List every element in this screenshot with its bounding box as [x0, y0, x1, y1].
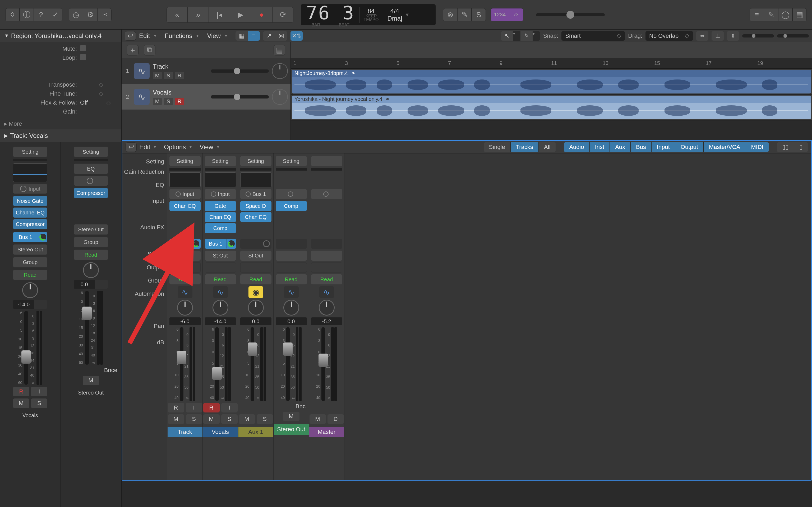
output-slot[interactable]: Stereo Out — [13, 244, 47, 255]
s-button[interactable]: S — [31, 398, 47, 408]
track-volume[interactable] — [211, 69, 269, 73]
region-header[interactable]: ▼ Region: Yorushika…vocal only.4 — [0, 30, 121, 42]
timeline-ruler[interactable]: 135791113151719 — [291, 58, 812, 69]
zoom-v-slider[interactable] — [742, 34, 774, 38]
group-slot[interactable] — [240, 263, 271, 273]
group-slot[interactable]: Group — [13, 257, 47, 268]
fx-slot[interactable]: Comp — [205, 223, 236, 233]
sliders-icon[interactable]: ⚙ — [83, 8, 97, 21]
edit-menu[interactable]: Edit — [139, 32, 150, 40]
fader[interactable]: 6305102040 0612213550∞ — [240, 327, 272, 401]
track-header[interactable]: ▶ Track: Vocals — [0, 129, 121, 142]
track-volume[interactable] — [211, 95, 269, 99]
wand-icon[interactable]: ✎ — [457, 8, 471, 21]
group-slot[interactable] — [311, 263, 342, 273]
m-button[interactable]: M — [13, 398, 29, 408]
input-slot[interactable] — [74, 176, 108, 186]
audio-region[interactable]: Yorushika - Night journey vocal only.4⚭ — [292, 96, 811, 119]
eq-thumbnail[interactable] — [240, 172, 271, 187]
setting-slot[interactable]: Setting — [205, 156, 236, 166]
automation-mode[interactable]: Read — [311, 274, 342, 284]
fx-slot[interactable]: Chan EQ — [205, 212, 236, 222]
m-button[interactable]: M — [283, 412, 300, 421]
mixer-filter-tab[interactable]: Audio — [564, 142, 590, 152]
pointer-tool[interactable]: ↖ — [501, 31, 513, 41]
more-toggle[interactable]: ▸ More — [0, 118, 121, 129]
r-button[interactable]: R — [175, 98, 184, 105]
mixer-edit-menu[interactable]: Edit — [139, 144, 150, 151]
group-slot[interactable] — [276, 263, 307, 273]
fx-slot[interactable]: Chan EQ — [240, 212, 271, 222]
master-volume-slider[interactable] — [536, 13, 605, 16]
fx-slot[interactable]: Channel EQ — [13, 207, 47, 218]
automation-mode[interactable]: Read — [276, 274, 307, 284]
send-slot[interactable]: Bus 1 — [205, 239, 236, 249]
r-button[interactable]: R — [175, 72, 184, 79]
monitor-icon[interactable]: ∿ — [284, 286, 299, 298]
loop-icon[interactable]: ◯ — [778, 8, 793, 21]
file-icon[interactable]: ◊ — [5, 8, 19, 21]
setting-slot[interactable]: Setting — [276, 156, 307, 166]
view-mode-1[interactable]: ▦ — [236, 31, 248, 41]
audio-region[interactable]: NightJourney-84bpm.4⚭ — [292, 70, 811, 94]
record-button[interactable]: ● — [251, 7, 272, 23]
track-lane[interactable]: Yorushika - Night journey vocal only.4⚭ — [291, 95, 812, 120]
mixer-options-menu[interactable]: Options — [164, 144, 186, 151]
track-lane[interactable]: NightJourney-84bpm.4⚭ — [291, 69, 812, 95]
note-icon[interactable]: ✎ — [764, 8, 778, 21]
output-slot[interactable]: St Out — [169, 250, 201, 261]
pan-knob[interactable] — [212, 300, 229, 316]
setting-slot[interactable]: Setting — [169, 156, 201, 166]
monitor-icon[interactable]: ∿ — [319, 286, 334, 298]
eq-thumbnail[interactable] — [13, 163, 47, 182]
back-arrow-icon[interactable]: ↩ — [125, 31, 136, 41]
output-slot[interactable]: Stereo Out — [74, 224, 108, 235]
fx-slot[interactable]: Compressor — [74, 188, 108, 198]
track-pan-knob[interactable] — [272, 63, 288, 79]
setting-slot[interactable]: Setting — [240, 156, 271, 166]
zoom-h-slider[interactable] — [777, 34, 809, 38]
fader[interactable]: 6305102040 0612213550∞ — [169, 327, 201, 401]
count-in-button[interactable]: 1234 — [491, 8, 509, 21]
done-icon[interactable]: ✓ — [48, 8, 62, 21]
fx-slot[interactable]: Comp — [276, 201, 307, 211]
pan-knob[interactable] — [319, 300, 335, 316]
track-header[interactable]: 1 ∿ Track MSR — [121, 58, 291, 84]
input-slot[interactable]: Input — [169, 189, 201, 199]
input-slot[interactable] — [276, 189, 307, 199]
i-button[interactable]: I — [186, 403, 202, 412]
i-button[interactable]: I — [31, 387, 47, 396]
fader[interactable]: 6305102040 0612213550∞ — [204, 327, 236, 401]
fx-slot[interactable]: Compressor — [13, 219, 47, 229]
m-button[interactable]: M — [153, 98, 162, 105]
duplicate-track-button[interactable]: ⧉ — [144, 45, 155, 55]
r-button[interactable]: R — [168, 403, 184, 412]
add-track-button[interactable]: ＋ — [127, 45, 139, 55]
d-button[interactable]: D — [327, 414, 344, 424]
zoom-fit-icon[interactable]: ⊥ — [712, 31, 724, 41]
zoom-h-icon[interactable]: ⇔ — [696, 31, 708, 41]
functions-menu[interactable]: Functions — [165, 32, 192, 40]
mixer-layout-1[interactable]: ▯▯ — [777, 142, 794, 152]
mixer-filter-tab[interactable]: MIDI — [746, 142, 769, 152]
setting-slot[interactable]: Setting — [74, 147, 108, 157]
output-slot[interactable] — [311, 250, 342, 261]
m-button[interactable]: M — [83, 376, 99, 385]
mixer-filter-tab[interactable]: Input — [652, 142, 675, 152]
go-start-button[interactable]: |◂ — [209, 7, 230, 23]
input-slot[interactable]: Bus 1 — [240, 189, 271, 199]
mixer-view-tab[interactable]: Tracks — [511, 142, 539, 152]
scissors-icon[interactable]: ✂ — [97, 8, 111, 21]
fx-slot[interactable]: Space D — [240, 201, 271, 211]
filter-icon[interactable]: ✕⇅ — [291, 31, 303, 41]
zoom-v-icon[interactable]: ⇕ — [727, 31, 739, 41]
help-icon[interactable]: ? — [34, 8, 48, 21]
mixer-layout-2[interactable]: ▯ — [794, 142, 808, 152]
fader[interactable]: 605101520304060 03691218243140∞ — [18, 311, 42, 385]
group-slot[interactable] — [205, 263, 236, 273]
m-button[interactable]: M — [239, 414, 255, 424]
automation-mode[interactable]: Read — [74, 249, 108, 260]
r-button[interactable]: R — [203, 403, 220, 412]
input-slot[interactable]: Input — [205, 189, 236, 199]
track-pan-knob[interactable] — [272, 89, 288, 105]
